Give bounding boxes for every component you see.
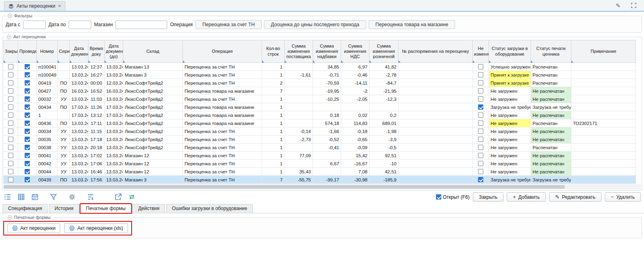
cell-warehouse[interactable]: Магазин 3 <box>123 176 183 184</box>
cell-load_status[interactable]: Не загружен <box>489 160 531 168</box>
fullscreen-icon[interactable] <box>629 2 638 10</box>
cell-count[interactable]: 1 <box>262 127 285 135</box>
cell-operation[interactable]: Переоценка товара на магазине <box>183 111 262 119</box>
cell-count[interactable]: 7 <box>262 176 285 184</box>
cell-sum_markup[interactable]: 0,18 <box>313 111 341 119</box>
cell-date_to[interactable]: 13.03.24 <box>105 168 123 176</box>
edit-icon[interactable]: ✎ <box>614 2 622 10</box>
table-row[interactable]: 00038УУ13.03.2420:1813.03.24ЛюксСофтТрей… <box>4 144 636 152</box>
cell-print_status[interactable]: Не распечатан <box>531 152 571 160</box>
cell-sum_vat[interactable]: -2 <box>341 87 369 95</box>
cell-time[interactable]: 17:02 <box>88 152 105 160</box>
cell-order_no[interactable] <box>399 71 473 79</box>
bottom-tab[interactable]: История <box>49 204 79 213</box>
grid-view-icon[interactable] <box>17 193 25 201</box>
table-row[interactable]: 00419ПО13.03.2400:0012.03.24ЛюксСофтТрей… <box>4 79 636 87</box>
cell-warehouse[interactable]: Магазин 3 <box>123 71 183 79</box>
cell-sum_markup[interactable]: 34,85 <box>313 63 341 71</box>
cell-sum_sup[interactable] <box>285 79 313 87</box>
gear-icon[interactable] <box>68 193 76 201</box>
cell-sum_markup[interactable] <box>313 152 341 160</box>
cell-number[interactable]: 00042 <box>37 160 58 168</box>
posted-checkbox[interactable] <box>25 177 30 182</box>
cell-sum_vat[interactable]: 6,97 <box>341 63 369 71</box>
cell-time[interactable]: 16:52 <box>88 87 105 95</box>
cell-time[interactable]: 11:26 <box>88 103 105 111</box>
cell-date[interactable]: 13.03.24 <box>70 135 88 144</box>
cell-series[interactable]: УУ <box>58 152 70 160</box>
posted-checkbox[interactable] <box>25 121 30 126</box>
closed-checkbox[interactable] <box>8 177 13 182</box>
cell-sum_vat[interactable]: 7,08 <box>341 168 369 176</box>
cell-print_status[interactable]: Не распечатан <box>531 168 571 176</box>
cell-number[interactable]: 00041 <box>37 152 58 160</box>
cell-date_to[interactable]: 13.03.24 <box>105 119 123 127</box>
column-header-closed[interactable]: Закрыт <box>4 40 18 63</box>
cell-sum_retail[interactable]: -3,9 <box>369 135 399 144</box>
cell-series[interactable]: УУ <box>58 168 70 176</box>
cell-time[interactable]: 00:00 <box>88 79 105 87</box>
posted-checkbox[interactable] <box>25 104 30 110</box>
cell-number[interactable]: 00044 <box>37 168 58 176</box>
column-header-order_no[interactable]: № распоряжения на переоценку <box>399 40 473 63</box>
cell-print_status[interactable]: Не распечатан <box>531 135 571 144</box>
cell-count[interactable]: 1 <box>262 144 285 152</box>
column-header-operation[interactable]: Операция <box>183 40 262 63</box>
cell-date_to[interactable]: 12.03.24 <box>105 79 123 87</box>
column-header-time[interactable]: Время доку <box>88 40 105 63</box>
table-row[interactable]: 00034УУ13.03.2411:1513.03.24ЛюксСофтТрей… <box>4 127 636 135</box>
table-row[interactable]: 00035УУ13.03.2417:1813.03.24ЛюксСофтТрей… <box>4 135 636 144</box>
cell-time[interactable]: 17:06 <box>88 160 105 168</box>
cell-date[interactable]: 13.03.24 <box>70 176 88 184</box>
sort-list-icon[interactable] <box>86 193 94 201</box>
cell-order_no[interactable] <box>399 144 473 152</box>
cell-print_status[interactable]: Не распечатан <box>531 95 571 103</box>
column-header-sum_retail[interactable]: Сумма изменения розничной <box>369 40 399 63</box>
bottom-tab[interactable]: Ошибки загрузки в оборудование <box>166 204 253 213</box>
cell-sum_retail[interactable]: 689,01 <box>369 119 399 127</box>
cell-print_status[interactable]: Распечатан <box>531 71 571 79</box>
cell-note[interactable] <box>571 71 636 79</box>
no_change-checkbox[interactable] <box>478 104 483 110</box>
cell-order_no[interactable] <box>399 87 473 95</box>
calendar-icon[interactable] <box>31 193 39 201</box>
cell-count[interactable]: 1 <box>262 71 285 79</box>
cell-number[interactable]: 00439 <box>37 176 58 184</box>
cell-sum_sup[interactable]: 35,43 <box>285 168 313 176</box>
cell-sum_vat[interactable]: 0,02 <box>341 111 369 119</box>
bottom-tab[interactable]: Спецификация <box>2 204 48 213</box>
cell-sum_vat[interactable]: -30,98 <box>341 176 369 184</box>
cell-date[interactable]: 13.03.24 <box>70 95 88 103</box>
column-header-sum_markup[interactable]: Сумма изменения надбавки <box>313 40 341 63</box>
close-tab-icon[interactable]: × <box>58 3 61 9</box>
closed-checkbox[interactable] <box>8 121 13 126</box>
cell-sum_sup[interactable] <box>285 119 313 127</box>
column-header-warehouse[interactable]: Склад <box>123 40 183 63</box>
collapse-icon[interactable] <box>8 14 12 18</box>
table-row[interactable]: 00436ПО13.03.2417:1113.03.24ЛюксСофтТрей… <box>4 119 636 127</box>
cell-note[interactable] <box>571 135 636 144</box>
closed-checkbox[interactable] <box>8 145 13 150</box>
cell-note[interactable] <box>571 127 636 135</box>
cell-sum_markup[interactable]: -0,41 <box>313 144 341 152</box>
column-header-series[interactable]: Серия <box>58 40 70 63</box>
cell-sum_vat[interactable]: 114,83 <box>341 119 369 127</box>
cell-sum_sup[interactable]: -55,75 <box>285 176 313 184</box>
bottom-tab[interactable]: Печатные формы <box>80 204 131 213</box>
cell-sum_retail[interactable]: -12,3 <box>369 95 399 103</box>
scrollbar-thumb[interactable] <box>4 185 565 189</box>
cell-date[interactable]: 13.03.24 <box>70 160 88 168</box>
cell-time[interactable]: 11:15 <box>88 127 105 135</box>
cell-load_status[interactable]: Принят к загрузке <box>489 71 531 79</box>
no_change-checkbox[interactable] <box>478 64 483 69</box>
table-row[interactable]: 00439ПО13.03.2417:5613.03.24Магазин 3Пер… <box>4 176 636 184</box>
cell-date_to[interactable]: 17.03.24 <box>105 111 123 119</box>
cell-series[interactable]: УУ <box>58 135 70 144</box>
no_change-checkbox[interactable] <box>478 80 483 85</box>
cell-count[interactable]: 1 <box>262 63 285 71</box>
cell-operation[interactable]: Переоценка товара на магазине <box>183 103 262 111</box>
cell-order_no[interactable] <box>399 63 473 71</box>
cell-date[interactable]: 13.03.24 <box>70 63 88 71</box>
cell-sum_sup[interactable] <box>285 111 313 119</box>
close-button[interactable]: Закрыть <box>473 192 503 202</box>
